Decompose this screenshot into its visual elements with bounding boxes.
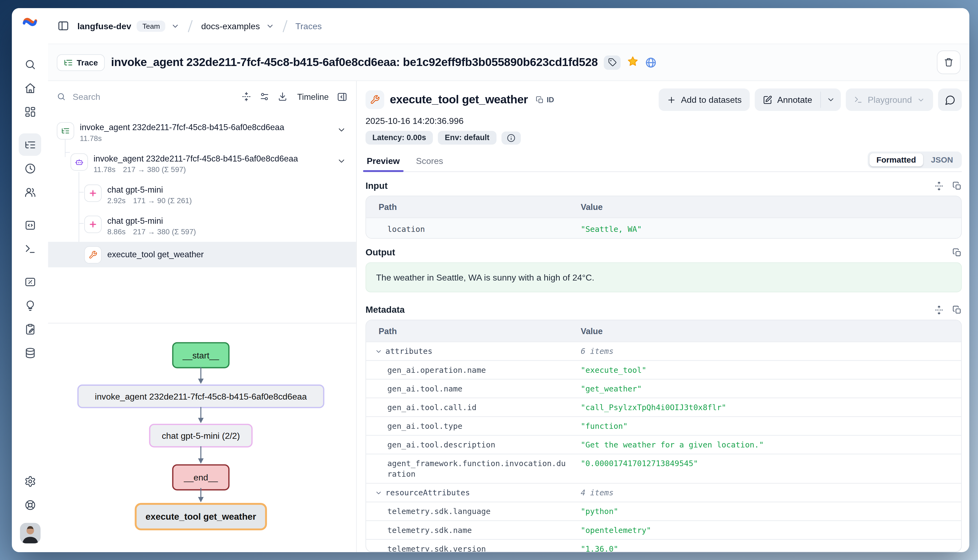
sidebar-annotation-icon[interactable]: [19, 318, 41, 340]
sidebar-sessions-icon[interactable]: [19, 157, 41, 180]
breadcrumb-page[interactable]: Traces: [296, 21, 322, 31]
tree-item-duration: 11.78s: [80, 133, 102, 144]
sidebar-home-icon[interactable]: [19, 77, 41, 99]
chevron-down-icon[interactable]: [337, 125, 346, 135]
globe-icon[interactable]: [645, 56, 657, 68]
sidebar-insights-icon[interactable]: [19, 294, 41, 317]
tree-item-tokens: 171 → 90 (Σ 261): [133, 196, 192, 206]
input-section-title: Input: [366, 181, 388, 191]
copy-icon: [536, 96, 544, 104]
row-value: "python": [572, 502, 961, 520]
tree-item-generation-2[interactable]: chat gpt-5-mini 8.86s217 → 380 (Σ 597): [48, 211, 356, 242]
tree-item-duration: 11.78s: [94, 165, 115, 175]
sidebar-playground-icon[interactable]: [19, 238, 41, 260]
sidebar-users-icon[interactable]: [19, 181, 41, 203]
expand-vertical-icon[interactable]: [935, 305, 944, 315]
comments-button[interactable]: [938, 88, 962, 111]
row-path: agent_framework.function.invocation.dura…: [366, 455, 572, 483]
bot-icon: [70, 153, 88, 171]
trace-badge-label: Trace: [77, 58, 98, 67]
copy-icon[interactable]: [953, 305, 962, 315]
chevron-down-icon[interactable]: [337, 157, 346, 166]
graph-edge: [197, 407, 205, 423]
breadcrumb: langfuse-dev Team docs-examples Traces: [48, 8, 969, 44]
langfuse-logo-icon[interactable]: [20, 15, 39, 33]
breadcrumb-org[interactable]: langfuse-dev: [77, 21, 131, 31]
graph-edge: [197, 446, 205, 464]
format-formatted[interactable]: Formatted: [869, 153, 923, 167]
row-value: "opentelemetry": [572, 521, 961, 540]
square-pen-icon: [763, 95, 772, 105]
tab-scores[interactable]: Scores: [415, 153, 445, 172]
add-to-datasets-button[interactable]: Add to datasets: [659, 88, 750, 111]
copy-icon[interactable]: [953, 248, 962, 257]
chevron-down-icon[interactable]: [266, 22, 274, 30]
col-path: Path: [366, 202, 572, 212]
sidebar-prompts-icon[interactable]: [19, 214, 41, 236]
graph-node-invoke-agent[interactable]: invoke_agent 232de211-7fcf-45c8-b415-6af…: [77, 385, 324, 408]
row-value: "0.000017417012713849545": [572, 455, 961, 473]
tab-preview[interactable]: Preview: [366, 153, 401, 172]
annotate-button[interactable]: Annotate: [755, 88, 821, 111]
graph-node-start[interactable]: __start__: [172, 342, 230, 368]
trace-title: invoke_agent 232de211-7fcf-45c8-b415-6af…: [111, 55, 598, 69]
list-tree-icon: [57, 122, 74, 140]
row-value: 4 items: [572, 484, 961, 502]
tree-item-tokens: 217 → 380 (Σ 597): [133, 227, 196, 238]
metadata-group-row[interactable]: resourceAttributes 4 items: [366, 483, 961, 502]
search-icon: [57, 92, 66, 102]
collapse-panel-icon[interactable]: [337, 91, 348, 102]
app-window: langfuse-dev Team docs-examples Traces T…: [12, 8, 969, 552]
detail-tabs: Preview Scores Formatted JSON: [366, 152, 962, 172]
graph-edge: [197, 367, 205, 385]
sidebar-dashboard-icon[interactable]: [19, 100, 41, 123]
copy-icon[interactable]: [953, 181, 962, 190]
info-icon[interactable]: [501, 131, 520, 144]
format-toggle: Formatted JSON: [868, 152, 962, 168]
annotate-label: Annotate: [777, 95, 812, 105]
tree-item-tool-selected[interactable]: execute_tool get_weather: [48, 242, 356, 267]
graph-node-chat[interactable]: chat gpt-5-mini (2/2): [149, 423, 252, 447]
col-path: Path: [366, 327, 572, 336]
collapse-all-icon[interactable]: [242, 92, 252, 102]
star-icon[interactable]: [627, 55, 639, 70]
sidebar-scores-icon[interactable]: [19, 270, 41, 293]
expand-vertical-icon[interactable]: [935, 181, 944, 190]
timeline-toggle[interactable]: Timeline: [297, 92, 329, 102]
copy-id-button[interactable]: ID: [536, 95, 554, 104]
tag-icon[interactable]: [604, 55, 621, 70]
delete-trace-button[interactable]: [937, 51, 961, 74]
id-label: ID: [547, 95, 554, 104]
display-settings-icon[interactable]: [260, 92, 270, 102]
chevron-down-icon[interactable]: [171, 22, 180, 30]
tree-item-trace-root[interactable]: invoke_agent 232de211-7fcf-45c8-b415-6af…: [48, 117, 356, 148]
graph-node-execute-tool[interactable]: execute_tool get_weather: [135, 503, 267, 530]
wrench-icon: [84, 246, 102, 264]
search-input-field[interactable]: [72, 91, 234, 102]
env-badge: Env: default: [438, 131, 496, 145]
search-input[interactable]: [57, 91, 234, 102]
user-avatar[interactable]: [20, 523, 40, 543]
sidebar-datasets-icon[interactable]: [19, 342, 41, 364]
sidebar-search-icon[interactable]: [19, 53, 41, 75]
table-row: gen_ai.tool.name "get_weather": [366, 379, 961, 398]
col-value: Value: [572, 327, 961, 336]
tree-item-duration: 8.86s: [107, 227, 125, 238]
sidebar-settings-icon[interactable]: [19, 470, 41, 492]
annotate-split-button: Annotate: [755, 88, 841, 111]
metadata-group-row[interactable]: attributes 6 items: [366, 342, 961, 360]
tree-item-label: chat gpt-5-mini: [107, 185, 192, 196]
observation-detail-panel: execute_tool get_weather ID Add to datas…: [357, 81, 969, 552]
format-json[interactable]: JSON: [924, 153, 960, 167]
breadcrumb-project[interactable]: docs-examples: [201, 21, 260, 31]
sidebar-toggle-icon[interactable]: [54, 17, 72, 35]
sidebar-tracing-icon[interactable]: [19, 133, 41, 156]
row-value: "Get the weather for a given location.": [572, 436, 961, 454]
tree-item-generation-1[interactable]: chat gpt-5-mini 2.92s171 → 90 (Σ 261): [48, 179, 356, 210]
graph-node-end[interactable]: __end__: [172, 464, 230, 490]
playground-button[interactable]: Playground: [846, 88, 933, 111]
tree-item-agent[interactable]: invoke_agent 232de211-7fcf-45c8-b415-6af…: [48, 148, 356, 179]
sidebar-support-icon[interactable]: [19, 493, 41, 516]
download-icon[interactable]: [278, 92, 288, 102]
annotate-dropdown-chevron[interactable]: [821, 88, 841, 111]
